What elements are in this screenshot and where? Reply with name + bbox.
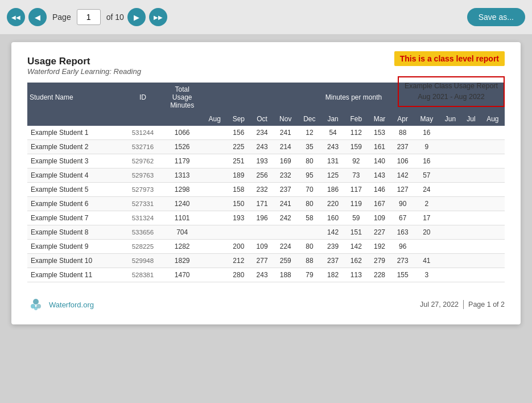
class-info-line2: Aug 2021 - Aug 2022: [405, 92, 498, 102]
report-subtitle: Waterford Early Learning: Reading: [27, 67, 505, 76]
footer-page-info: Page 1 of 2: [468, 301, 505, 309]
first-page-icon: ◀◀: [11, 14, 20, 20]
footer-right: Jul 27, 2022 Page 1 of 2: [420, 300, 505, 309]
main-area: This is a class level report Usage Repor…: [0, 34, 532, 332]
month-mar: Mar: [368, 112, 391, 126]
toolbar: ◀◀ ◀ Page of 10 ▶ ▶▶ Save as...: [0, 0, 532, 34]
class-info-box: Example Class Usage Report Aug 2021 - Au…: [398, 76, 505, 107]
footer-date: Jul 27, 2022: [420, 301, 459, 309]
last-page-icon: ▶▶: [154, 14, 163, 20]
table-row: Example Student 115283811470280243188791…: [27, 268, 505, 282]
table-row: Example Student 105299481829212277259882…: [27, 254, 505, 268]
month-feb: Feb: [344, 112, 368, 126]
table-row: Example Student 352976211792511931698013…: [27, 154, 505, 168]
month-aug: Aug: [203, 112, 226, 126]
month-apr: Apr: [391, 112, 414, 126]
svg-point-0: [33, 299, 39, 305]
page-input[interactable]: [77, 9, 101, 25]
footer-divider: [463, 300, 464, 309]
month-nov: Nov: [274, 112, 298, 126]
table-row: Example Student 552797312981582322377018…: [27, 183, 505, 197]
col-header-student-name: Student Name: [27, 83, 124, 112]
month-dec: Dec: [298, 112, 321, 126]
waterford-org-text: Waterford.org: [49, 301, 94, 309]
table-row: Example Student 853365670414215122716320: [27, 225, 505, 240]
waterford-logo-icon: [27, 296, 44, 313]
month-may: May: [414, 112, 439, 126]
table-row: Example Student 753132411011931962425816…: [27, 211, 505, 225]
class-level-banner: This is a class level report: [394, 51, 505, 66]
table-row: Example Student 652733112401501712418022…: [27, 197, 505, 211]
month-jul: Jul: [461, 112, 481, 126]
last-page-button[interactable]: ▶▶: [149, 8, 167, 26]
of-label: of 10: [106, 13, 124, 22]
doc-footer: Waterford.org Jul 27, 2022 Page 1 of 2: [27, 291, 505, 313]
save-as-button[interactable]: Save as...: [467, 8, 525, 26]
prev-page-button[interactable]: ◀: [28, 8, 47, 26]
table-row: Example Student 452976313131892562329512…: [27, 168, 505, 183]
col-header-id: ID: [124, 83, 162, 112]
first-page-button[interactable]: ◀◀: [7, 8, 25, 26]
svg-point-3: [34, 307, 38, 310]
table-row: Example Student 153124410661562342411254…: [27, 126, 505, 140]
table-row: Example Student 952822512822001092248023…: [27, 240, 505, 254]
prev-page-icon: ◀: [35, 13, 40, 22]
class-info-line1: Example Class Usage Report: [405, 81, 498, 92]
col-header-total: TotalUsageMinutes: [162, 83, 203, 112]
usage-table: Student Name ID TotalUsageMinutes Minute…: [27, 83, 505, 282]
next-page-button[interactable]: ▶: [127, 8, 146, 26]
month-sep: Sep: [226, 112, 250, 126]
month-jan: Jan: [321, 112, 344, 126]
document: This is a class level report Usage Repor…: [11, 42, 521, 324]
month-oct: Oct: [250, 112, 273, 126]
month-aug2: Aug: [481, 112, 505, 126]
month-jun: Jun: [439, 112, 461, 126]
table-row: Example Student 253271615262252432143524…: [27, 140, 505, 154]
page-label: Page: [52, 13, 71, 22]
next-page-icon: ▶: [134, 13, 139, 22]
waterford-logo: Waterford.org: [27, 296, 94, 313]
